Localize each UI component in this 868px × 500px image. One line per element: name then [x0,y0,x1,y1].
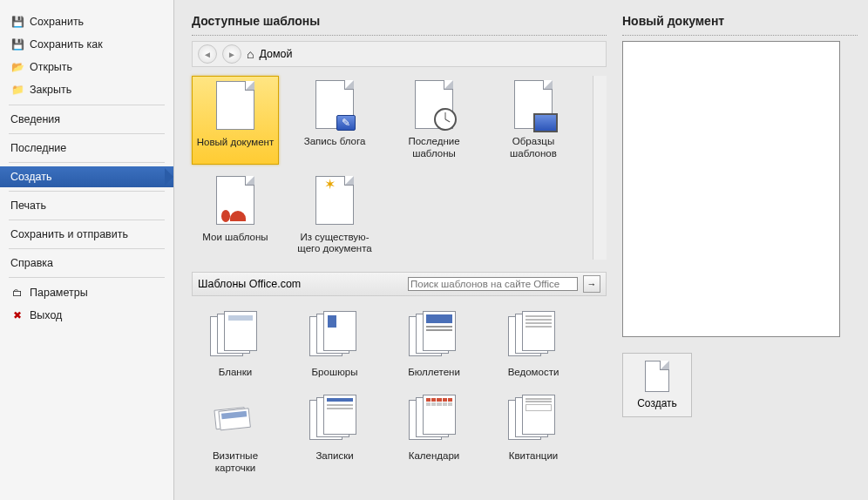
monitor-icon [533,113,558,132]
separator [9,220,165,220]
tile-blog-post[interactable]: ✎ Запись блога [291,76,378,165]
tile-brochures[interactable]: Брошюры [291,307,378,383]
sidebar: 💾Сохранить 💾Сохранить как 📂Открыть 📁Закр… [0,0,174,500]
sidebar-item-create[interactable]: Создать [0,166,173,187]
sidebar-label: Закрыть [30,84,71,96]
separator [9,277,165,278]
sidebar-item-help[interactable]: Справка [0,253,173,274]
main-area: Доступные шаблоны ◄ ► ⌂ Домой Новый доку… [174,0,868,500]
breadcrumb-text[interactable]: Домой [259,48,292,60]
tile-my-templates[interactable]: Мои шаблоны [192,172,279,260]
tile-statements[interactable]: Ведомости [490,307,577,383]
scrollbar[interactable] [593,76,607,260]
tile-label: Бланки [193,367,278,379]
sidebar-item-options[interactable]: 🗀Параметры [0,281,173,304]
sidebar-label: Создать [10,171,52,183]
sidebar-label: Параметры [30,287,88,299]
tile-label: Последние шаблоны [391,136,477,160]
create-button[interactable]: Создать [622,353,692,417]
blog-icon: ✎ [336,115,356,131]
tile-new-document[interactable]: Новый документ [192,76,279,165]
sidebar-label: Последние [10,142,66,154]
save-icon: 💾 [10,15,24,29]
office-section-bar: Шаблоны Office.com → [192,272,607,296]
tile-label: Бюллетени [391,367,477,379]
tile-label: Брошюры [292,367,377,379]
tile-sample-templates[interactable]: Образцы шаблонов [490,76,577,165]
center-column: Доступные шаблоны ◄ ► ⌂ Домой Новый доку… [192,14,607,500]
nav-back-button[interactable]: ◄ [198,44,217,64]
create-label: Создать [630,397,684,409]
sidebar-label: Сохранить [30,16,84,28]
sidebar-item-exit[interactable]: ✖Выход [0,304,173,327]
tile-label: Образцы шаблонов [491,136,576,160]
sidebar-label: Справка [10,257,53,269]
sidebar-item-close[interactable]: 📁Закрыть [0,78,173,101]
tile-calendars[interactable]: Календари [390,390,478,479]
sidebar-item-info[interactable]: Сведения [0,109,173,130]
tile-label: Из существую­щего документа [292,232,377,256]
clock-icon [434,108,457,131]
office-templates-grid: Бланки Брошюры Бюллетени Ведомости Визит… [192,307,607,478]
sidebar-item-print[interactable]: Печать [0,195,173,216]
home-icon[interactable]: ⌂ [247,47,254,61]
tile-receipts[interactable]: Квитанции [490,390,577,479]
tile-label: Запись блога [292,136,377,148]
sidebar-label: Сохранить и отправить [10,228,128,240]
sidebar-item-save-as[interactable]: 💾Сохранить как [0,33,173,56]
tile-label: Квитанции [491,450,576,463]
tile-label: Новый документ [193,137,277,149]
sidebar-item-share[interactable]: Сохранить и отправить [0,224,173,245]
tile-label: Календари [391,450,477,463]
tile-label: Мои шаблоны [193,232,278,244]
sidebar-label: Открыть [30,61,72,73]
separator [9,162,165,163]
office-section-label: Шаблоны Office.com [198,278,403,290]
options-icon: 🗀 [10,286,24,300]
sparkle-icon: ✶ [324,176,336,193]
right-column: Новый документ Создать [622,14,858,500]
sidebar-label: Сведения [10,113,60,125]
tile-recent-templates[interactable]: Последние шаблоны [390,76,478,165]
divider [192,35,607,36]
tile-label: Ведомости [491,367,576,379]
divider [622,35,858,36]
tile-from-existing[interactable]: ✶ Из существую­щего документа [291,172,378,260]
sidebar-item-recent[interactable]: Последние [0,138,173,159]
breadcrumb: ◄ ► ⌂ Домой [192,41,607,67]
tile-label: Визитные карточки [193,450,278,475]
save-as-icon: 💾 [10,37,24,51]
sidebar-label: Сохранить как [30,38,103,51]
sidebar-label: Выход [30,309,62,321]
separator [9,105,165,105]
search-go-button[interactable]: → [583,275,600,293]
folder-open-icon: 📂 [10,60,24,74]
exit-icon: ✖ [10,308,24,322]
separator [9,133,165,134]
sidebar-item-open[interactable]: 📂Открыть [0,56,173,78]
tile-label: Записки [292,450,377,463]
center-title: Доступные шаблоны [192,14,607,28]
document-preview [622,41,840,337]
folder-close-icon: 📁 [10,83,24,97]
right-title: Новый документ [622,14,858,28]
search-input[interactable] [408,277,578,291]
tile-notes[interactable]: Записки [291,390,378,479]
sidebar-item-save[interactable]: 💾Сохранить [0,10,173,33]
tile-newsletters[interactable]: Бюллетени [390,307,478,383]
nav-forward-button[interactable]: ► [222,44,241,64]
sidebar-label: Печать [10,199,46,212]
tile-forms[interactable]: Бланки [192,307,279,383]
document-icon [645,361,669,392]
tile-business-cards[interactable]: Визитные карточки [192,390,279,479]
templates-grid: Новый документ ✎ Запись блога Последние … [192,76,607,260]
person-icon [221,204,246,228]
separator [9,248,165,249]
separator [9,191,165,192]
